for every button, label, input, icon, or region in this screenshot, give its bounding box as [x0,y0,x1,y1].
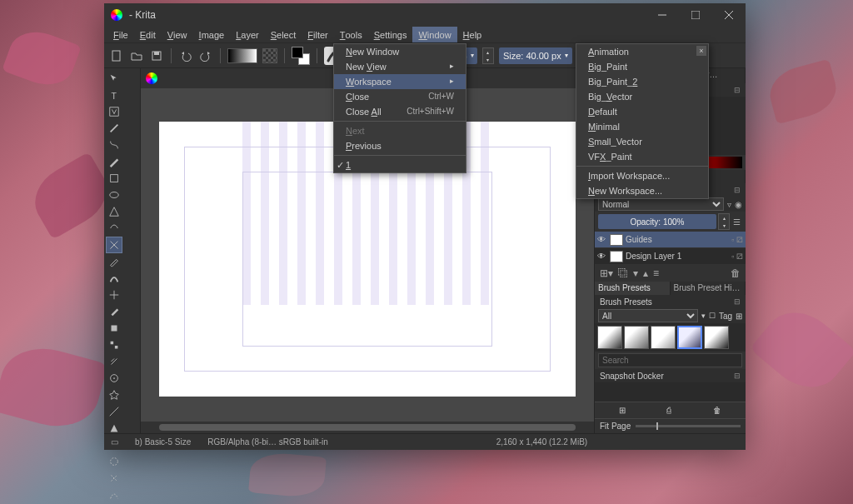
menubar[interactable]: FileEditViewImageLayerSelectFilterToolsS… [104,27,746,43]
edit-shapes-tool[interactable] [106,120,122,137]
move-up-icon[interactable]: ▴ [643,267,648,279]
zoom-controls[interactable]: Fit Page [595,418,746,433]
save-icon[interactable] [149,48,164,63]
multibrush-tool[interactable] [106,287,122,303]
pattern-swatch[interactable] [262,48,277,63]
menu-view[interactable]: View [162,27,193,42]
brush-preset[interactable] [624,326,649,349]
polygon-tool[interactable] [106,203,122,220]
layer-buttons[interactable]: ⊞▾ ⿻ ▾ ▴ ≡ 🗑 [595,265,746,282]
tag-checkbox[interactable]: ☐ [709,312,716,320]
menu-window[interactable]: Window [412,27,456,42]
polyline-tool[interactable] [106,220,122,237]
move-down-icon[interactable]: ▾ [633,267,638,279]
new-doc-icon[interactable] [109,48,124,63]
menu-item-new-window[interactable]: New Window [334,44,466,59]
ellipse-tool[interactable] [106,187,122,203]
layer-lock-icon[interactable]: ▫ ⚂ [731,236,743,244]
rectangle-tool[interactable] [106,170,122,187]
layer-row[interactable]: 👁Guides▫ ⚂ [595,232,746,248]
menu-item-vfx-paint[interactable]: VFX_Paint [576,149,708,164]
duplicate-layer-icon[interactable]: ⿻ [618,267,628,279]
layer-lock-icon[interactable]: ▫ ⚂ [731,252,743,261]
dropper-icon[interactable]: ◉ [735,200,742,209]
move-tool[interactable] [106,70,122,87]
undock-icon[interactable]: ⊟ [734,372,741,380]
menu-edit[interactable]: Edit [134,27,162,42]
undock-icon[interactable]: ⊟ [734,186,741,194]
poly-select-tool[interactable] [106,487,122,503]
minimize-button[interactable] [646,3,679,27]
undock-icon[interactable]: ⊟ [734,297,741,306]
layer-menu-icon[interactable]: ☰ [731,217,742,227]
smart-fill-tool[interactable] [106,387,122,403]
blend-mode-select[interactable]: Normal [598,197,724,211]
add-snapshot-icon[interactable]: ⊞ [619,406,626,415]
ellipse-select-tool[interactable] [106,453,122,470]
layer-opacity-slider[interactable]: Opacity: 100% [598,214,716,229]
brush-preset[interactable] [677,326,702,349]
preset-filter-select[interactable]: All [598,309,698,322]
open-icon[interactable] [129,48,144,63]
workspace-submenu[interactable]: × AnimationBig_PaintBig_Paint_2Big_Vecto… [576,43,709,199]
menu-item-big-paint[interactable]: Big_Paint [576,59,708,74]
line-tool[interactable] [106,403,122,420]
maximize-button[interactable] [679,3,712,27]
menu-item-previous[interactable]: Previous [334,138,466,153]
menu-file[interactable]: File [107,27,134,42]
tab-brush-history[interactable]: Brush Preset History [671,282,746,295]
menu-item-minimal[interactable]: Minimal [576,119,708,134]
add-layer-icon[interactable]: ⊞▾ [600,267,613,279]
visibility-icon[interactable]: 👁 [597,252,607,262]
layer-row[interactable]: 👁Design Layer 1▫ ⚂ [595,248,746,265]
size-slider[interactable]: Size: 40.00 px▾ [499,47,572,64]
brush-preset[interactable] [704,326,729,349]
close-button[interactable] [712,3,746,27]
menu-select[interactable]: Select [265,27,302,42]
tab-brush-presets[interactable]: Brush Presets [595,282,671,295]
window-menu-dropdown[interactable]: New WindowNew View▸Workspace▸CloseCtrl+W… [333,43,466,173]
brush-preset[interactable] [651,326,676,349]
menu-filter[interactable]: Filter [302,27,333,42]
properties-icon[interactable]: ≡ [653,267,659,279]
calligraphy-tool[interactable] [106,137,122,153]
camera-icon[interactable]: ⎙ [666,406,671,415]
pencil-tool[interactable] [106,253,122,270]
menu-help[interactable]: Help [457,27,488,42]
menu-item-close-all[interactable]: Close AllCtrl+Shift+W [334,104,466,119]
freehand-select-tool[interactable] [106,470,122,487]
menu-item-default[interactable]: Default [576,104,708,119]
brush-preset-grid[interactable] [595,323,746,352]
layer-list[interactable]: 👁Guides▫ ⚂👁Design Layer 1▫ ⚂ [595,232,746,265]
submenu-close-icon[interactable]: × [696,46,706,56]
selection-mode-icon[interactable]: ▭ [111,437,118,447]
delete-snapshot-icon[interactable]: 🗑 [713,406,721,415]
menu-item-1[interactable]: ✓1 [334,157,466,172]
redo-icon[interactable] [198,48,213,63]
bezier-tool[interactable] [106,237,122,253]
dynamic-brush-tool[interactable] [106,270,122,287]
undock-icon[interactable]: ⊟ [734,86,741,94]
menu-settings[interactable]: Settings [368,27,413,42]
delete-layer-icon[interactable]: 🗑 [731,267,741,279]
menu-image[interactable]: Image [193,27,231,42]
menu-item-big-paint-2[interactable]: Big_Paint_2 [576,74,708,89]
menu-item-animation[interactable]: Animation [576,44,708,59]
gradient-tool[interactable] [106,353,122,370]
opacity-spinner[interactable]: ▴▾ [482,47,494,64]
transform-tool[interactable] [106,103,122,120]
menu-item-new-view[interactable]: New View▸ [334,59,466,74]
menu-item-new-workspace-[interactable]: New Workspace... [576,183,708,198]
snapshot-docker[interactable] [595,382,746,402]
gradient-swatch[interactable] [227,48,257,63]
menu-item-workspace[interactable]: Workspace▸ [334,74,466,89]
filter-icon[interactable]: ▿ [727,200,731,209]
color-picker-tool[interactable] [106,370,122,387]
brush-tool[interactable] [106,153,122,170]
layer-opacity-spinner[interactable]: ▴▾ [718,213,730,230]
menu-item-small-vector[interactable]: Small_Vector [576,134,708,149]
preset-search-input[interactable] [598,353,742,367]
titlebar[interactable]: - Krita [104,3,746,27]
pattern-edit-tool[interactable] [106,337,122,353]
menu-item-big-vector[interactable]: Big_Vector [576,89,708,104]
